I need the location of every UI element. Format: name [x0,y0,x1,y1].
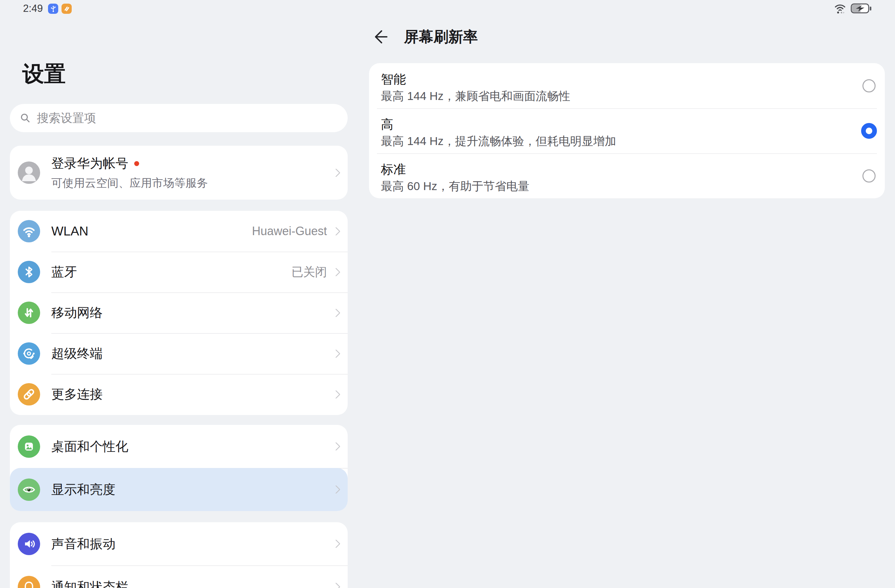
usb-glyph [49,5,57,13]
account-row[interactable]: 登录华为帐号 可使用云空间、应用市场等服务 [10,146,348,200]
chevron-right-icon [332,227,340,236]
sound-vibration-icon [18,533,40,555]
item-value: 已关闭 [291,264,327,280]
item-label: 蓝牙 [51,263,77,281]
chevron-right-icon [332,268,340,277]
wifi-status-icon [834,3,846,14]
option-subtitle: 最高 60 Hz，有助于节省电量 [381,179,836,194]
sidebar-item-home-screen[interactable]: 桌面和个性化 [10,425,348,468]
back-button[interactable] [372,27,390,46]
item-label: 更多连接 [51,385,103,403]
sidebar-item-display-brightness[interactable]: 显示和亮度 [10,468,348,511]
account-title: 登录华为帐号 [51,155,128,172]
chevron-right-icon [332,349,340,358]
sidebar-item-notification[interactable]: 通知和状态栏 [10,565,348,588]
item-label: 桌面和个性化 [51,438,128,455]
sound-notification-card: 声音和振动 通知和状态栏 [10,522,348,588]
chevron-right-icon [332,390,340,399]
notification-dot [134,161,139,166]
sidebar-item-mobile-network[interactable]: 移动网络 [10,292,348,333]
item-label: WLAN [51,224,88,238]
sidebar-item-wlan[interactable]: WLAN Huawei-Guest [10,211,348,252]
option-subtitle: 最高 144 Hz，提升流畅体验，但耗电明显增加 [381,133,836,149]
item-label: 移动网络 [51,304,103,321]
sidebar-item-sound-vibration[interactable]: 声音和振动 [10,522,348,565]
performance-mode-glyph [63,5,71,13]
wifi-icon [18,220,40,242]
option-high[interactable]: 高 最高 144 Hz，提升流畅体验，但耗电明显增加 [369,108,885,153]
bluetooth-icon [18,261,40,283]
option-title: 智能 [381,71,836,87]
search-icon [20,112,31,124]
option-standard[interactable]: 标准 最高 60 Hz，有助于节省电量 [369,153,885,198]
option-smart[interactable]: 智能 最高 144 Hz，兼顾省电和画面流畅性 [369,63,885,108]
item-value: Huawei-Guest [252,224,327,238]
connections-card: WLAN Huawei-Guest 蓝牙 已关闭 移动网络 [10,211,348,415]
account-subtitle: 可使用云空间、应用市场等服务 [51,176,208,191]
notification-icon [18,576,40,588]
mobile-network-icon [18,302,40,324]
sidebar-item-bluetooth[interactable]: 蓝牙 已关闭 [10,252,348,292]
avatar-icon [18,161,40,184]
chevron-right-icon [332,442,340,451]
personalization-card: 桌面和个性化 显示和亮度 [10,425,348,511]
more-connections-icon [18,383,40,406]
sidebar-item-more-connections[interactable]: 更多连接 [10,374,348,415]
status-time: 2:49 [23,3,43,14]
chevron-right-icon [332,308,340,317]
back-arrow-icon [372,27,390,46]
search-input[interactable] [36,111,338,125]
item-label: 显示和亮度 [51,481,115,499]
performance-mode-icon [62,4,72,14]
super-device-icon [18,342,40,365]
display-brightness-icon [18,479,40,501]
radio-button[interactable] [862,169,875,182]
search-bar[interactable] [10,104,348,132]
option-title: 标准 [381,161,836,177]
chevron-right-icon [332,168,340,177]
home-screen-icon [18,435,40,458]
chevron-right-icon [332,582,340,588]
usb-icon [48,4,58,14]
sidebar-item-super-device[interactable]: 超级终端 [10,333,348,374]
detail-page-title: 屏幕刷新率 [404,27,478,47]
item-label: 超级终端 [51,345,103,362]
option-title: 高 [381,117,836,132]
status-icons [834,3,872,14]
radio-button[interactable] [861,123,877,139]
battery-charging-icon [851,3,872,14]
page-title: 设置 [22,59,66,89]
item-label: 通知和状态栏 [51,578,128,588]
option-subtitle: 最高 144 Hz，兼顾省电和画面流畅性 [381,88,836,104]
chevron-right-icon [332,485,340,494]
item-label: 声音和振动 [51,535,115,553]
radio-button[interactable] [862,79,875,92]
chevron-right-icon [332,540,340,548]
account-card: 登录华为帐号 可使用云空间、应用市场等服务 [10,146,348,200]
refresh-rate-options-card: 智能 最高 144 Hz，兼顾省电和画面流畅性 高 最高 144 Hz，提升流畅… [369,63,885,198]
